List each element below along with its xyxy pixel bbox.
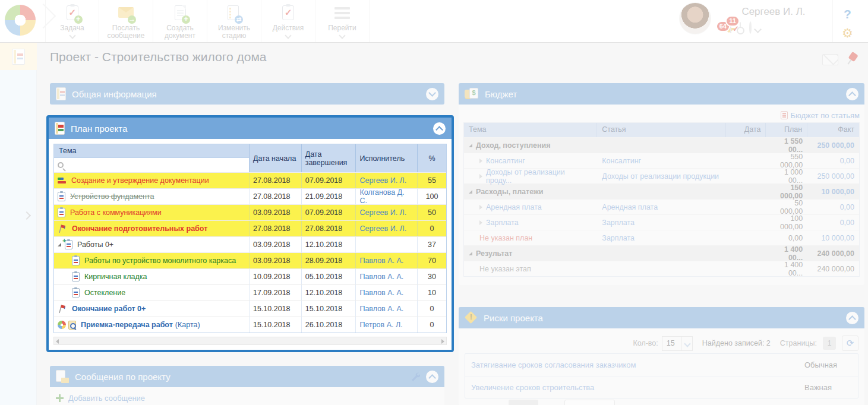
budget-table-row[interactable]: Арендная платаАрендная плата50 000,000,0… xyxy=(464,199,859,214)
plan-table-row[interactable]: Работы 0+03.09.201812.10.201837 xyxy=(54,236,446,252)
collapse-panel-button[interactable] xyxy=(846,312,858,324)
assignee-link[interactable]: Павлов А. А. xyxy=(359,305,403,313)
budget-col-article[interactable]: Статья xyxy=(597,123,725,137)
scroll-right-icon[interactable] xyxy=(441,339,444,344)
plan-table-row[interactable]: Устройство фундамента27.08.201821.09.201… xyxy=(54,188,446,204)
budget-table-row[interactable]: Расходы, платежи150 000,0010 000,00 xyxy=(464,183,859,199)
risk-name-link[interactable]: Увеличение сроков строительства xyxy=(465,383,804,392)
budget-table-row[interactable]: Не указан этап1 400 00...240 000,00 xyxy=(464,261,859,276)
budget-article-link[interactable]: Арендная плата xyxy=(602,203,658,211)
budget-table-row[interactable]: Доход, поступления1 550 00...250 000,00 xyxy=(464,137,859,153)
expander-icon[interactable] xyxy=(58,243,61,246)
task-title-link[interactable]: Работы по устройство монолитного каркаса xyxy=(84,257,236,265)
budget-article-link[interactable]: Консалтинг xyxy=(602,157,641,165)
assignee-link[interactable]: Сергеев И. Л. xyxy=(359,176,406,185)
task-title-link[interactable]: Кирпичная кладка xyxy=(84,273,147,281)
expander-icon[interactable] xyxy=(469,190,472,194)
column-header-start-date[interactable]: Дата начала xyxy=(250,144,302,172)
budget-col-fact[interactable]: Факт xyxy=(807,123,859,137)
plan-table-row[interactable]: Окончание работ 0+15.10.201815.10.2018Па… xyxy=(54,300,446,317)
task-button[interactable]: + Задача xyxy=(45,0,99,42)
budget-col-date[interactable]: Дата xyxy=(726,123,766,137)
plan-table-row[interactable]: Создание и утверждение документации27.08… xyxy=(54,172,446,188)
goto-button[interactable]: Перейти xyxy=(315,0,370,42)
risk-table-row[interactable]: Увеличение сроков строительстваВажная xyxy=(465,376,858,398)
assignee-link[interactable]: Павлов А. А. xyxy=(359,257,403,265)
change-stage-button[interactable]: ⇄ Изменить стадию xyxy=(207,0,261,42)
assignee-link[interactable]: Колганова Д. С. xyxy=(359,188,414,205)
wrench-icon[interactable] xyxy=(411,372,420,381)
page-1-button[interactable]: 1 xyxy=(823,337,836,350)
task-notifications-button[interactable]: 11 xyxy=(730,23,731,33)
plan-search-input[interactable] xyxy=(67,159,245,171)
task-title-link[interactable]: Окончание подготовительных работ xyxy=(72,224,207,233)
assignee-link[interactable]: Сергеев И. Л. xyxy=(359,224,406,233)
horizontal-scrollbar[interactable] xyxy=(53,337,447,345)
help-button[interactable]: ? xyxy=(833,7,862,21)
budget-article-link[interactable]: Зарплата xyxy=(602,219,635,227)
plan-table-row[interactable]: Окончание подготовительных работ27.08.20… xyxy=(54,220,446,236)
actions-button[interactable]: Действия xyxy=(261,0,315,42)
budget-table-row[interactable]: Доходы от реализации проду...Доходы от р… xyxy=(464,168,859,183)
risks-header[interactable]: Риски проекта xyxy=(459,307,864,328)
user-avatar[interactable] xyxy=(679,2,711,34)
sidebar-expand-handle[interactable] xyxy=(0,202,37,232)
plan-table-row[interactable]: Остекление17.09.201812.10.2018Павлов А. … xyxy=(54,284,446,300)
risk-name-link[interactable]: Затягивание сроков согласования заказчик… xyxy=(465,360,804,369)
general-info-header[interactable]: Общая информация xyxy=(50,83,444,105)
task-title-link[interactable]: Окончание работ 0+ xyxy=(72,305,146,313)
column-header-theme[interactable]: Тема xyxy=(54,144,249,157)
budget-article-link[interactable]: Доходы от реализации продукции xyxy=(602,172,719,181)
budget-col-plan[interactable]: План xyxy=(766,123,807,137)
budget-table-row[interactable]: ЗарплатаЗарплата100 000,000,00 xyxy=(464,214,859,230)
plan-table-row[interactable]: Кирпичная кладка10.09.201805.10.2018Павл… xyxy=(54,268,446,284)
task-title-link[interactable]: Работы 0+ xyxy=(77,241,113,249)
collapse-panel-button[interactable] xyxy=(426,371,438,383)
expander-icon[interactable] xyxy=(479,220,482,225)
budget-table-row[interactable]: Не указан планЗарплата0,0010 000,00 xyxy=(464,230,859,245)
expander-icon[interactable] xyxy=(479,205,482,210)
project-plan-header[interactable]: План проекта xyxy=(49,118,452,139)
add-message-link[interactable]: Добавить сообщение xyxy=(68,394,145,403)
column-header-assignee[interactable]: Исполнитель xyxy=(356,144,418,172)
column-header-end-date[interactable]: Дата завершения xyxy=(302,144,356,172)
collapse-panel-button[interactable] xyxy=(846,88,858,100)
budget-name[interactable]: Консалтинг xyxy=(486,157,525,165)
budget-by-articles-link[interactable]: Бюджет по статьям xyxy=(791,111,860,120)
expand-panel-button[interactable] xyxy=(426,88,438,100)
refresh-icon[interactable] xyxy=(842,336,858,351)
budget-table-row[interactable]: Результат1 400 00...240 000,00 xyxy=(464,245,859,261)
calendar-button[interactable] xyxy=(740,23,741,33)
budget-table-row[interactable]: КонсалтингКонсалтинг550 000,000,00 xyxy=(464,153,859,168)
budget-header[interactable]: Бюджет xyxy=(459,83,864,105)
task-title-link[interactable]: Устройство фундамента xyxy=(70,192,154,201)
budget-name[interactable]: Доходы от реализации проду... xyxy=(486,168,592,185)
project-messages-header[interactable]: Сообщения по проекту xyxy=(50,366,444,387)
budget-article-link[interactable]: Зарплата xyxy=(602,234,635,242)
assignee-link[interactable]: Павлов А. А. xyxy=(359,289,403,297)
create-document-button[interactable]: + Создать документ xyxy=(153,0,207,42)
task-title-link[interactable]: Приемка-передача работ xyxy=(81,321,173,329)
column-header-percent[interactable]: % xyxy=(418,144,446,172)
task-title-link[interactable]: Работа с коммуникациями xyxy=(70,208,162,217)
expander-icon[interactable] xyxy=(479,174,482,179)
task-title-link[interactable]: Создание и утверждение документации xyxy=(71,176,209,185)
send-message-button[interactable]: → Послать сообщение xyxy=(99,0,153,42)
budget-name[interactable]: Зарплата xyxy=(486,219,519,227)
page-size-select[interactable]: 15 xyxy=(662,336,693,351)
budget-name[interactable]: Арендная плата xyxy=(486,203,542,211)
plan-table-row[interactable]: Работа с коммуникациями03.09.201807.09.2… xyxy=(54,204,446,220)
scroll-left-icon[interactable] xyxy=(56,339,59,344)
user-menu-button[interactable] xyxy=(749,23,752,33)
task-title-link[interactable]: Остекление xyxy=(84,289,125,297)
sidebar-tab-project[interactable] xyxy=(0,43,37,70)
plan-table-row[interactable]: Работы по устройство монолитного каркаса… xyxy=(54,252,446,268)
assignee-link[interactable]: Павлов А. А. xyxy=(359,273,403,281)
settings-gear-icon[interactable] xyxy=(833,26,862,40)
expander-icon[interactable] xyxy=(479,159,482,163)
assignee-link[interactable]: Сергеев И. Л. xyxy=(359,208,406,217)
pin-icon[interactable] xyxy=(842,50,860,68)
risk-table-row[interactable]: Затягивание сроков согласования заказчик… xyxy=(465,354,858,376)
subscribe-mail-icon[interactable] xyxy=(822,54,838,65)
collapse-panel-button[interactable] xyxy=(433,122,446,135)
